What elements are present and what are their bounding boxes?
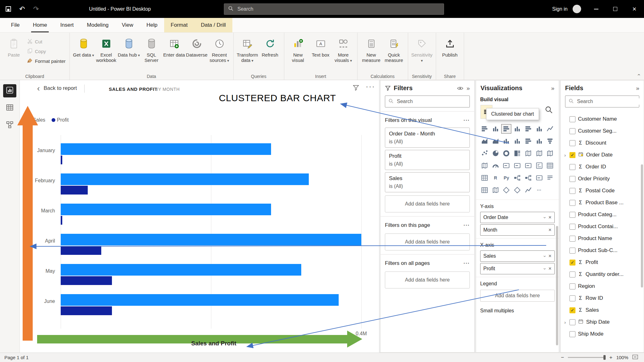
field-checkbox[interactable] (569, 319, 575, 325)
gauge-icon[interactable] (491, 161, 500, 170)
field-checkbox[interactable] (569, 224, 575, 230)
zoom-in-button[interactable]: + (609, 354, 613, 361)
field-item-ship-mode[interactable]: Ship Mode (561, 328, 644, 340)
field-checkbox[interactable]: ✓ (569, 152, 575, 158)
zoom-slider[interactable] (568, 357, 606, 358)
field-checkbox[interactable] (569, 164, 575, 170)
fields-scrollbar[interactable] (641, 164, 643, 288)
field-checkbox[interactable] (569, 188, 575, 194)
field-checkbox[interactable] (569, 331, 575, 337)
field-item-discount[interactable]: ΣDiscount (561, 137, 644, 149)
field-well-month[interactable]: Month× (480, 224, 555, 236)
maximize-button[interactable] (606, 0, 625, 18)
profit-bar[interactable] (61, 276, 112, 285)
transform-data-button[interactable]: Transform data ▾ (236, 35, 259, 63)
remove-field-icon[interactable]: × (548, 266, 552, 272)
avatar[interactable] (573, 5, 581, 13)
tab-help[interactable]: Help (140, 18, 164, 32)
field-checkbox[interactable] (569, 140, 575, 146)
tab-modeling[interactable]: Modeling (80, 18, 115, 32)
zoom-slider-handle[interactable] (603, 355, 606, 360)
stacked-area-chart-icon[interactable] (491, 137, 500, 145)
save-button[interactable] (6, 6, 11, 12)
field-item-row-id[interactable]: ΣRow ID (561, 292, 644, 304)
field-item-product-categ[interactable]: Product Categ... (561, 209, 644, 221)
sales-bar[interactable] (61, 234, 361, 245)
field-checkbox[interactable] (569, 176, 575, 182)
get-data-button[interactable]: Get data ▾ (72, 35, 95, 58)
chevron-down-icon[interactable]: › (542, 268, 548, 270)
card-icon[interactable] (502, 161, 511, 170)
field-well-profit[interactable]: Profit›× (480, 263, 555, 274)
new-measure-button[interactable]: New measure (360, 35, 383, 63)
undo-button[interactable]: ↶ (19, 5, 25, 13)
field-item-product-base[interactable]: ΣProduct Base ... (561, 197, 644, 209)
field-item-order-id[interactable]: ΣOrder ID (561, 161, 644, 173)
donut-chart-icon[interactable] (502, 149, 511, 158)
stacked-bar-chart-icon[interactable] (480, 124, 489, 133)
scatter-chart-icon[interactable] (480, 149, 489, 158)
expand-chevron-icon[interactable]: › (563, 320, 567, 325)
field-well-sales[interactable]: Sales›× (480, 250, 555, 262)
tab-home[interactable]: Home (26, 18, 53, 32)
fields-search-input[interactable] (576, 98, 643, 105)
close-button[interactable]: × (625, 0, 644, 18)
collapse-fields-icon[interactable]: » (636, 85, 639, 92)
excel-workbook-button[interactable]: Excel workbook (95, 35, 118, 63)
more-options-icon[interactable]: ··· (464, 117, 470, 123)
field-checkbox[interactable] (569, 295, 575, 301)
report-view-button[interactable] (3, 84, 16, 97)
line-and-clustered-column-chart-icon[interactable] (513, 137, 522, 145)
slicer-icon[interactable] (535, 161, 544, 170)
collapse-ribbon-button[interactable]: › (636, 74, 642, 76)
recent-sources-button[interactable]: Recent sources ▾ (208, 35, 231, 63)
add-data-fields-placeholder[interactable]: Add data fields here (385, 233, 470, 250)
filters-search-box[interactable] (385, 96, 470, 107)
filled-map-icon[interactable] (535, 149, 544, 158)
profit-bar[interactable] (61, 216, 62, 225)
field-item-customer-name[interactable]: Customer Name (561, 113, 644, 125)
chevron-down-icon[interactable]: › (542, 255, 548, 257)
clustered-bar-chart-icon[interactable] (502, 124, 511, 133)
matrix-icon[interactable] (480, 173, 489, 182)
field-well-order-date[interactable]: Order Date›× (480, 212, 555, 223)
qa-visual-icon[interactable] (535, 173, 544, 182)
field-item-product-contai[interactable]: Product Contai... (561, 221, 644, 233)
field-checkbox[interactable]: ✓ (569, 307, 575, 313)
metrics-icon[interactable] (524, 186, 533, 195)
dataverse-button[interactable]: Dataverse (186, 35, 208, 58)
text-box-button[interactable]: AText box (309, 35, 332, 58)
area-chart-icon[interactable] (480, 137, 489, 145)
field-item-order-priority[interactable]: Order Priority (561, 173, 644, 185)
ribbon-chart-icon[interactable] (524, 137, 533, 145)
field-checkbox[interactable] (569, 283, 575, 289)
pie-chart-icon[interactable] (491, 149, 500, 158)
r-script-visual-icon[interactable]: R (491, 173, 500, 182)
add-data-fields-placeholder[interactable]: Add data fields here (480, 290, 555, 302)
remove-field-icon[interactable]: × (548, 253, 552, 259)
sales-bar[interactable] (61, 173, 309, 185)
tab-file[interactable]: File (4, 18, 26, 32)
profit-bar[interactable] (61, 306, 112, 315)
table-icon[interactable] (545, 161, 555, 170)
field-item-postal-code[interactable]: ΣPostal Code (561, 185, 644, 197)
paginated-report-icon[interactable] (480, 186, 489, 195)
field-item-region[interactable]: Region (561, 280, 644, 292)
shape-map-icon[interactable] (545, 149, 555, 158)
field-item-sales[interactable]: ✓ΣSales (561, 304, 644, 316)
smart-narrative-icon[interactable] (545, 173, 555, 182)
sign-in-link[interactable]: Sign in (552, 6, 568, 12)
field-checkbox[interactable] (569, 128, 575, 134)
field-item-order-date[interactable]: ›✓Order Date (561, 149, 644, 161)
filters-search-input[interactable] (396, 98, 466, 105)
get-more-visuals-icon[interactable]: ··· (535, 186, 544, 195)
clustered-column-chart-icon[interactable] (513, 124, 522, 133)
map-icon[interactable] (524, 149, 533, 158)
arcgis-map-icon[interactable] (491, 186, 500, 195)
field-item-quantity-order[interactable]: ΣQuantity order... (561, 268, 644, 280)
new-visual-button[interactable]: New visual (287, 35, 309, 63)
tab-insert[interactable]: Insert (54, 18, 80, 32)
sales-bar[interactable] (61, 264, 301, 276)
more-options-icon[interactable]: ··· (464, 260, 470, 266)
format-painter-button[interactable]: Format painter (27, 58, 66, 64)
